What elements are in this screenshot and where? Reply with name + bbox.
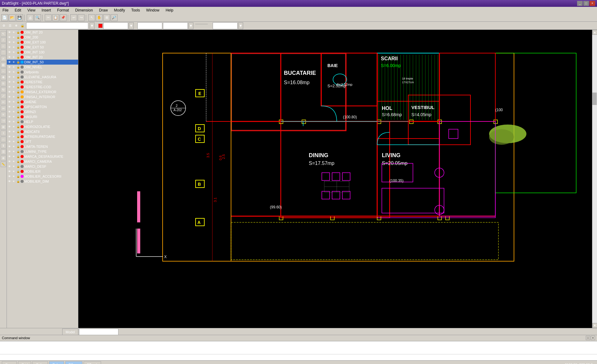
layer-dropdown[interactable]: DIM_INT 20	[26, 22, 88, 29]
layer-visible-icon[interactable]: 👁	[7, 135, 11, 139]
layer-frozen-icon[interactable]: ☀	[12, 40, 16, 44]
layer-item-dim-int-100[interactable]: 👁☀🔓DIM_INT 100	[7, 50, 78, 55]
menu-format[interactable]: Format	[56, 7, 70, 13]
layer-frozen-icon[interactable]: ☀	[12, 60, 16, 64]
layer-visible-icon[interactable]: 👁	[7, 70, 11, 74]
scroll-up-btn[interactable]: ▲	[592, 30, 597, 35]
cmd-resize-btn[interactable]: □	[586, 336, 590, 340]
layer-item-dim-nivel[interactable]: 👁☀🔓DIM_NIVEL	[7, 65, 78, 70]
left-circle-btn[interactable]: ○	[1, 43, 6, 49]
menu-tools[interactable]: Tools	[130, 7, 141, 13]
layer-frozen-icon[interactable]: ☀	[12, 125, 16, 129]
layer-visible-icon[interactable]: 👁	[7, 50, 11, 54]
layer-visible-icon[interactable]: 👁	[7, 120, 11, 124]
lineweight-dropdown-arrow[interactable]: ▼	[238, 22, 243, 29]
left-rotate-btn[interactable]: ↻	[1, 87, 6, 93]
layer-lock-icon[interactable]: 🔓	[16, 175, 20, 178]
layer-lock-icon[interactable]: 🔓	[16, 140, 20, 143]
layer-lock-icon[interactable]: 🔒	[20, 23, 25, 28]
layer-frozen-icon[interactable]: ☀	[12, 170, 16, 173]
maximize-button[interactable]: □	[583, 1, 589, 6]
menu-edit[interactable]: Edit	[13, 7, 22, 13]
layer-item-marci-camera[interactable]: 👁☀🔓MARCI_CAMERA	[7, 159, 78, 164]
layer-frozen-icon[interactable]: ☀	[12, 180, 16, 183]
left-offset-btn[interactable]: ≡	[1, 112, 6, 117]
etrack-button[interactable]: ETrack	[84, 361, 101, 364]
close-button[interactable]: ×	[590, 1, 595, 6]
layer-item-dim-ext-100[interactable]: 👁☀🔓DIM_EXT 100	[7, 40, 78, 45]
layer-frozen-icon[interactable]: ☀	[12, 165, 16, 168]
layer-visible-icon[interactable]: 👁	[7, 80, 11, 84]
polar-button[interactable]: Polar	[49, 361, 64, 364]
layer-lock-icon[interactable]: 🔓	[16, 65, 20, 69]
grid-button[interactable]: Grid	[18, 361, 31, 364]
layer-visible-icon[interactable]: 👁	[7, 130, 11, 134]
layer-lock-icon[interactable]: 🔓	[16, 105, 20, 109]
layer-lock-icon[interactable]: 🔓	[16, 100, 20, 104]
left-select-btn[interactable]: ↖	[1, 31, 6, 37]
layer-frozen-icon[interactable]: ☀	[12, 115, 16, 119]
layer-visible-icon[interactable]: 👁	[7, 35, 11, 39]
layer-item-lift[interactable]: 👁☀🔓LIFT	[7, 139, 78, 144]
linestyle-dropdown[interactable]: Solid line	[163, 22, 188, 29]
left-line-btn[interactable]: /	[1, 37, 6, 43]
layer-item-ferestre[interactable]: 👁☀🔓FERESTRE	[7, 80, 78, 84]
layer-item-dim-200[interactable]: 👁☀🔓DIM_200	[7, 35, 78, 40]
vertical-scrollbar[interactable]: ▲ ▼	[592, 30, 597, 328]
layer-frozen-icon[interactable]: ☀	[12, 110, 16, 114]
drawing-canvas[interactable]: BUCATARIE S=16.08mp BAIE S=2.52mp S=2.52…	[78, 30, 592, 328]
color-icon[interactable]	[98, 24, 103, 28]
layer-item-dim-int-20[interactable]: 👁☀🔓DIM_INT 20	[7, 55, 78, 60]
layer-item-grinzi[interactable]: 👁☀🔓GRINZI	[7, 109, 78, 114]
layer-visible-icon[interactable]: 👁	[7, 75, 11, 79]
menu-insert[interactable]: Insert	[40, 7, 52, 13]
left-properties-btn[interactable]: ℹ	[1, 143, 6, 148]
print-button[interactable]: 🖨	[27, 14, 34, 21]
zoom-extents-button[interactable]: ⊞	[103, 14, 110, 21]
menu-modify[interactable]: Modify	[113, 7, 126, 13]
model-tab[interactable]: Model	[62, 329, 78, 335]
layer-frozen-icon[interactable]: ☀	[12, 100, 16, 104]
layer-frozen-icon[interactable]: ☀	[12, 85, 16, 89]
layer-lock-icon[interactable]: 🔓	[16, 95, 20, 99]
layer-visible-icon[interactable]: 👁	[7, 125, 11, 129]
layer-frozen-icon[interactable]: ☀	[12, 130, 16, 134]
layer-frozen-icon[interactable]: ☀	[12, 80, 16, 84]
left-hatch-btn[interactable]: ▨	[1, 62, 6, 68]
layer-visible-icon[interactable]: 👁	[7, 155, 11, 158]
layer-visible-icon[interactable]: 👁	[7, 165, 11, 168]
layer-visible-icon[interactable]: 👁	[7, 150, 11, 153]
layer-item-hidroizolatie[interactable]: 👁☀🔓HIDROIZOLATIE	[7, 124, 78, 129]
layer-lock-icon[interactable]: 🔓	[16, 80, 20, 84]
layer-frozen-icon[interactable]: ☀	[12, 45, 16, 49]
layer-lock-icon[interactable]: 🔓	[16, 180, 20, 183]
layer-item-defpoints[interactable]: 👁☀🔓Defpoints	[7, 70, 78, 75]
layer-item-mobilier-dim[interactable]: 👁☀🔓MOBILIER_DIM	[7, 179, 78, 184]
layer-lock-icon[interactable]: 🔓	[16, 90, 20, 94]
layer-visible-icon[interactable]: 👁	[7, 180, 11, 183]
scroll-down-btn[interactable]: ▼	[592, 323, 597, 328]
open-button[interactable]: 📂	[9, 14, 16, 21]
layer-lock-icon[interactable]: 🔓	[16, 60, 20, 64]
layer-lock-icon[interactable]: 🔓	[16, 110, 20, 114]
layer-item-ferestre-cod[interactable]: 👁☀🔓FERESTRE-COD	[7, 84, 78, 89]
layer-item-finisaj-interior[interactable]: 👁☀🔓FINISAJ_INTERIOR	[7, 94, 78, 99]
layer-item-intrerupatoare[interactable]: 👁☀🔓INTRERUPATOARE	[7, 134, 78, 139]
layer-visible-icon[interactable]: 👁	[7, 115, 11, 119]
menu-file[interactable]: File	[1, 7, 10, 13]
layer-visible-icon[interactable]: 👁	[7, 85, 11, 89]
left-scale-btn[interactable]: ⤢	[1, 93, 6, 99]
layer-frozen-icon[interactable]: ☀	[12, 90, 16, 94]
ortho-button[interactable]: Ortho	[32, 361, 48, 364]
left-extend-btn[interactable]: ⤖	[1, 106, 6, 111]
save-button[interactable]: 💾	[16, 14, 23, 21]
scroll-track-v[interactable]	[592, 35, 597, 323]
layer-lock-icon[interactable]: 🔓	[16, 165, 20, 168]
a003-plan-parter-tab[interactable]: A003-PLAN PARTER	[79, 329, 118, 335]
layer-lock-icon[interactable]: 🔓	[16, 130, 20, 134]
left-dim-btn[interactable]: ↔	[1, 68, 6, 74]
zoom-window-button[interactable]: 🔎	[111, 14, 118, 21]
layer-item-mobilier-accesorii[interactable]: 👁☀🔓MOBILIER_ACCESORII	[7, 174, 78, 179]
menu-draw[interactable]: Draw	[98, 7, 109, 13]
lineweight-dropdown[interactable]: ByLayer	[213, 22, 238, 29]
